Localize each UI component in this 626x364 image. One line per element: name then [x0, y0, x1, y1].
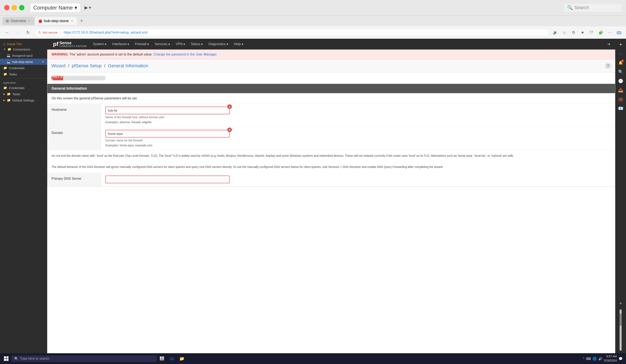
nav-services[interactable]: Services ▾: [152, 39, 173, 49]
edge-history-icon[interactable]: 🕐: [617, 77, 625, 85]
edge-downloads-icon[interactable]: 📥: [617, 86, 625, 94]
sidebar-item-credentials[interactable]: 📁 Credentials: [0, 65, 47, 71]
edge-notifications-icon[interactable]: 🔔 3: [617, 59, 625, 67]
browser-window: ⊞ Overview ✕ ⬤ hub-step-stone ✕ + ← → ↻ …: [0, 15, 626, 353]
taskbar-explorer[interactable]: 📁: [177, 354, 186, 363]
search-icon: 🔍: [14, 357, 18, 361]
form-description: On this screen the general pfSense param…: [47, 93, 615, 104]
taskbar-clock: 9:57 AM 5/16/2024: [604, 355, 617, 363]
scrollbar-thumb[interactable]: [620, 309, 622, 351]
sidebar-item-tasks[interactable]: 📁 Tasks: [0, 71, 47, 77]
svg-rect-3: [6, 359, 8, 361]
chevron-down-icon: ▾: [127, 42, 129, 46]
tab-active-close[interactable]: ✕: [70, 19, 74, 23]
sidebar-app-name: Oracle TSX: [7, 42, 22, 46]
tab-hub-step-stone[interactable]: ⬤ hub-step-stone ✕: [35, 17, 77, 25]
sidebar-divider: [0, 79, 47, 79]
right-sidebar: ✦ ☆ 🔔 3 🔍 🕐 📥 💼 📧 +: [615, 39, 626, 353]
start-button[interactable]: [2, 354, 11, 363]
nav-vpn[interactable]: VPN ▾: [173, 39, 188, 49]
nav-system[interactable]: System ▾: [90, 39, 109, 49]
server-icon: 💻: [7, 54, 10, 57]
hostname-input[interactable]: [105, 107, 230, 114]
warning-link[interactable]: Change the password in the User Manager.: [154, 53, 217, 56]
read-aloud-icon[interactable]: 🔊: [551, 29, 559, 36]
svg-rect-5: [162, 357, 164, 358]
split-view-icon[interactable]: ⧉: [570, 29, 577, 36]
chevron-down-icon: ▾: [89, 5, 91, 10]
browser-essentials-icon[interactable]: 🛡: [588, 29, 595, 36]
network-icon[interactable]: 🌐: [592, 357, 597, 361]
sidebar-item-app-tasks[interactable]: ▶ 📁 Tasks: [0, 91, 47, 97]
edge-outlook-icon[interactable]: 📧: [617, 104, 625, 112]
credentials-label: Credentials: [9, 66, 25, 70]
breadcrumb-wizard[interactable]: Wizard: [51, 63, 65, 68]
chevron-right-icon: ▶: [3, 99, 5, 102]
more-icon[interactable]: ⋯: [606, 29, 614, 36]
computer-name-dropdown[interactable]: Computer Name ▾: [30, 3, 80, 12]
chevron-down-icon: ▾: [75, 4, 77, 11]
sidebar-item-ihoogend[interactable]: 💻 ihoogend-vps3: [0, 52, 47, 59]
primary-dns-input[interactable]: [105, 176, 230, 183]
primary-dns-row: Primary DNS Server: [47, 173, 615, 186]
edge-icon[interactable]: ꝏ: [615, 29, 623, 36]
warning-prefix: WARNING:: [52, 53, 69, 56]
extensions-icon[interactable]: 🧩: [597, 29, 604, 36]
taskbar-search-label: Type here to search: [20, 357, 49, 361]
maximize-button[interactable]: [19, 5, 24, 10]
edge-wallet-icon[interactable]: 💼: [617, 95, 625, 103]
taskbar-edge[interactable]: ꝏ: [167, 354, 176, 363]
play-button[interactable]: ▶ ▾: [83, 4, 93, 11]
help-icon[interactable]: ?: [605, 63, 611, 69]
notification-center-icon[interactable]: 💬: [619, 357, 623, 361]
domain-long-text-1: Do not end the domain name with '.local'…: [52, 154, 611, 158]
nav-interfaces[interactable]: Interfaces ▾: [109, 39, 132, 49]
reload-button[interactable]: ↻: [24, 29, 32, 37]
task-view-icon: [159, 356, 164, 361]
new-tab-button[interactable]: +: [78, 17, 85, 25]
taskbar-time-display: 9:57 AM: [604, 355, 617, 359]
divider: |: [60, 30, 61, 35]
edge-copilot-icon[interactable]: ✦: [617, 40, 625, 49]
nav-help[interactable]: Help ▾: [231, 39, 246, 49]
minimize-button[interactable]: [12, 5, 17, 10]
tray-up-icon[interactable]: ^: [583, 357, 584, 360]
taskbar-date-display: 5/16/2024: [604, 359, 617, 363]
favorites-icon[interactable]: ☆: [561, 29, 568, 36]
edge-search-icon[interactable]: 🔍: [617, 68, 625, 76]
taskbar-search[interactable]: 🔍 Type here to search: [12, 356, 156, 362]
domain-hint: Domain name for the firewall.: [105, 139, 611, 142]
sidebar-item-app-credentials[interactable]: 📁 Credentials: [0, 85, 47, 91]
breadcrumb-pfsense-setup[interactable]: pfSense Setup: [72, 63, 102, 68]
taskbar-task-view[interactable]: [157, 354, 166, 363]
svg-rect-2: [4, 359, 6, 361]
pfsense-logo: pf Sense COMMUNITY EDITION: [50, 41, 90, 47]
nav-firewall[interactable]: Firewall ▾: [132, 39, 152, 49]
warning-banner: WARNING: The 'admin' account password is…: [47, 49, 615, 59]
breadcrumb-sep2: /: [104, 63, 107, 68]
nav-interfaces-label: Interfaces: [112, 42, 127, 46]
primary-dns-field-container: [101, 173, 615, 186]
edge-add-icon[interactable]: +: [617, 299, 625, 308]
domain-input[interactable]: [105, 130, 230, 137]
title-search[interactable]: 🔍 Search: [564, 4, 622, 12]
volume-icon[interactable]: 🔊: [598, 357, 602, 361]
nav-logout-icon[interactable]: ➔: [605, 42, 613, 46]
sidebar-item-connections[interactable]: ▼ 📁 Connections: [0, 46, 47, 52]
pfsense-content: pf Sense COMMUNITY EDITION System ▾ Inte…: [47, 39, 615, 353]
svg-rect-7: [162, 358, 164, 360]
app-tasks-label: Tasks: [12, 92, 20, 96]
close-button[interactable]: [4, 5, 9, 10]
nav-status[interactable]: Status ▾: [188, 39, 206, 49]
nav-diagnostics[interactable]: Diagnostics ▾: [206, 39, 231, 49]
tab-overview[interactable]: ⊞ Overview ✕: [2, 17, 34, 25]
keyboard-icon[interactable]: ⌨: [586, 357, 591, 361]
sidebar-item-default-settings[interactable]: ▶ 📁 Default Settings: [0, 97, 47, 103]
address-bar[interactable]: ⚠ Not secure | https://172.16.0.20/wizar…: [34, 29, 549, 36]
edge-favorites-icon[interactable]: ☆: [617, 49, 625, 58]
nav-system-label: System: [93, 42, 104, 46]
back-button[interactable]: ←: [3, 29, 11, 37]
sidebar-item-hub-step-stone[interactable]: 💻 hub-step-stone ⬆: [0, 59, 47, 65]
tab-overview-close[interactable]: ✕: [28, 19, 31, 23]
collections-icon[interactable]: ★: [579, 29, 586, 36]
